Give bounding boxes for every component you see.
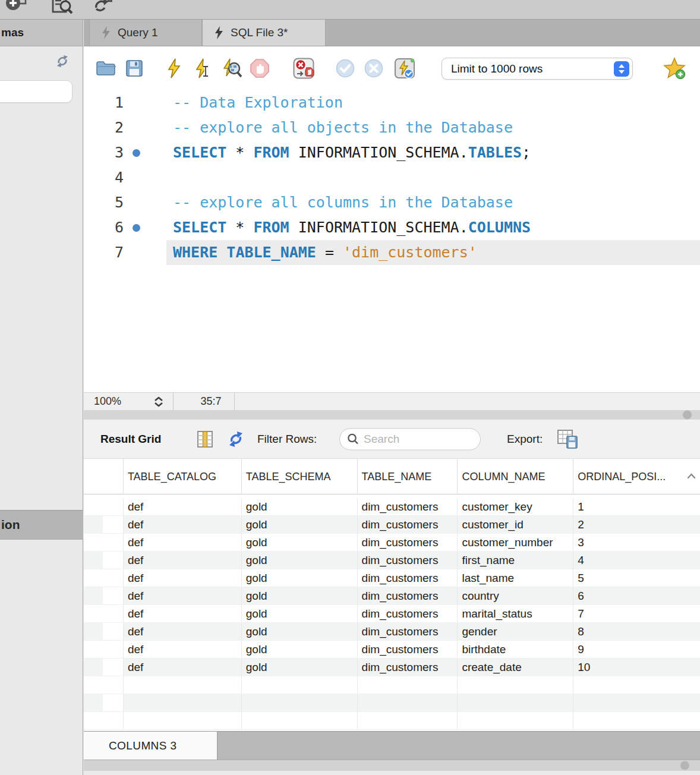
table-row[interactable]: defgolddim_customerscustomer_key1 — [84, 498, 700, 516]
table-cell[interactable]: def — [123, 605, 241, 622]
information-panel-header[interactable]: ion — [0, 510, 83, 540]
table-cell[interactable]: first_name — [457, 552, 573, 569]
row-selector[interactable] — [84, 552, 123, 569]
table-cell[interactable]: marital_status — [457, 605, 573, 622]
table-cell[interactable]: gold — [241, 534, 357, 551]
empty-row[interactable] — [84, 676, 700, 694]
table-cell[interactable]: gold — [241, 587, 357, 604]
code-line[interactable]: 3SELECT * FROM INFORMATION_SCHEMA.TABLES… — [84, 140, 700, 165]
table-cell[interactable]: customer_key — [457, 498, 573, 515]
table-cell[interactable]: dim_customers — [357, 552, 458, 569]
save-icon[interactable] — [125, 59, 143, 77]
inspect-icon[interactable] — [49, 0, 74, 18]
table-cell[interactable]: def — [123, 552, 241, 569]
table-cell[interactable]: gender — [457, 623, 573, 640]
editor-scrollbar[interactable] — [84, 410, 700, 420]
row-selector[interactable] — [84, 641, 123, 658]
table-cell[interactable]: dim_customers — [357, 498, 458, 515]
row-selector[interactable] — [84, 569, 123, 587]
table-cell[interactable] — [241, 694, 357, 711]
table-cell[interactable]: birthdate — [457, 641, 573, 658]
stop-icon[interactable] — [250, 58, 270, 78]
table-cell[interactable] — [357, 676, 458, 694]
row-selector[interactable] — [84, 516, 123, 533]
table-row[interactable]: defgolddim_customerscustomer_number3 — [84, 534, 700, 552]
table-cell[interactable]: def — [123, 587, 241, 604]
code-line[interactable]: 1-- Data Exploration — [84, 90, 700, 115]
autocommit-icon[interactable] — [394, 57, 415, 80]
table-cell[interactable]: 3 — [573, 534, 700, 551]
table-cell[interactable] — [457, 676, 573, 694]
row-selector[interactable] — [84, 623, 123, 640]
row-selector[interactable] — [84, 605, 123, 622]
code-line[interactable]: 5-- explore all columns in the Database — [84, 190, 700, 215]
code-line[interactable]: 7WHERE TABLE_NAME = 'dim_customers' — [84, 240, 700, 265]
table-cell[interactable] — [457, 694, 573, 711]
rollback-icon[interactable] — [364, 59, 383, 78]
table-cell[interactable]: dim_customers — [357, 623, 458, 640]
sync-icon[interactable] — [89, 0, 114, 18]
table-cell[interactable] — [357, 712, 458, 729]
table-cell[interactable] — [123, 712, 241, 729]
export-icon[interactable] — [557, 429, 578, 449]
table-cell[interactable] — [241, 676, 357, 694]
execute-icon[interactable] — [166, 58, 182, 78]
table-cell[interactable]: 2 — [573, 516, 700, 533]
column-header[interactable]: COLUMN_NAME — [457, 459, 573, 494]
table-cell[interactable]: dim_customers — [357, 534, 458, 551]
table-cell[interactable] — [357, 694, 458, 711]
table-cell[interactable]: 9 — [573, 641, 700, 658]
table-cell[interactable]: 8 — [573, 623, 700, 640]
column-header[interactable]: ORDINAL_POSI... — [573, 459, 700, 494]
result-refresh-icon[interactable] — [228, 430, 244, 448]
table-cell[interactable]: dim_customers — [357, 605, 458, 622]
row-selector[interactable] — [84, 659, 123, 676]
execute-current-icon[interactable] — [195, 58, 212, 78]
tab-query-1[interactable]: Query 1 — [89, 20, 202, 46]
table-cell[interactable]: gold — [241, 623, 357, 640]
table-cell[interactable]: def — [123, 623, 241, 640]
table-row[interactable]: defgolddim_customerscustomer_id2 — [84, 516, 700, 534]
add-icon[interactable] — [4, 0, 29, 18]
empty-row[interactable] — [84, 712, 700, 730]
table-cell[interactable]: gold — [241, 552, 357, 569]
table-cell[interactable]: 1 — [573, 498, 700, 515]
limit-rows-select[interactable]: Limit to 1000 rows — [442, 58, 633, 80]
row-selector[interactable] — [84, 694, 123, 711]
table-row[interactable]: defgolddim_customersgender8 — [84, 623, 700, 641]
table-cell[interactable]: dim_customers — [357, 659, 458, 676]
table-cell[interactable]: dim_customers — [357, 587, 458, 604]
table-row[interactable]: defgolddim_customerscreate_date10 — [84, 659, 700, 676]
column-header[interactable]: TABLE_NAME — [357, 459, 458, 494]
table-cell[interactable]: customer_number — [457, 534, 573, 551]
table-cell[interactable]: gold — [241, 569, 357, 587]
code-line[interactable]: 2-- explore all objects in the Database — [84, 115, 700, 140]
table-cell[interactable]: def — [123, 498, 241, 515]
schemas-panel-header[interactable]: mas — [0, 20, 83, 46]
result-scrollbar[interactable] — [84, 760, 700, 771]
table-cell[interactable] — [123, 694, 241, 711]
table-cell[interactable]: 4 — [573, 552, 700, 569]
table-row[interactable]: defgolddim_customerslast_name5 — [84, 569, 700, 587]
table-cell[interactable] — [241, 712, 357, 729]
schemas-refresh-icon[interactable] — [55, 53, 70, 69]
explain-icon[interactable] — [222, 58, 242, 78]
table-cell[interactable]: dim_customers — [357, 569, 458, 587]
table-cell[interactable]: def — [123, 534, 241, 551]
table-cell[interactable] — [573, 694, 700, 711]
table-row[interactable]: defgolddim_customersmarital_status7 — [84, 605, 700, 623]
table-cell[interactable]: last_name — [457, 569, 573, 587]
stop-on-error-icon[interactable] — [293, 58, 314, 79]
empty-row[interactable] — [84, 694, 700, 712]
table-cell[interactable]: 5 — [573, 569, 700, 587]
table-cell[interactable]: customer_id — [457, 516, 573, 533]
table-cell[interactable]: gold — [241, 516, 357, 533]
favorite-icon[interactable] — [663, 57, 686, 80]
table-cell[interactable] — [573, 712, 700, 729]
grid-scroll-caret-icon[interactable] — [686, 471, 696, 481]
open-file-icon[interactable] — [96, 60, 116, 77]
sql-editor[interactable]: 1-- Data Exploration2-- explore all obje… — [84, 90, 700, 392]
row-selector[interactable] — [84, 587, 123, 604]
row-selector[interactable] — [84, 676, 123, 694]
table-cell[interactable]: gold — [241, 659, 357, 676]
